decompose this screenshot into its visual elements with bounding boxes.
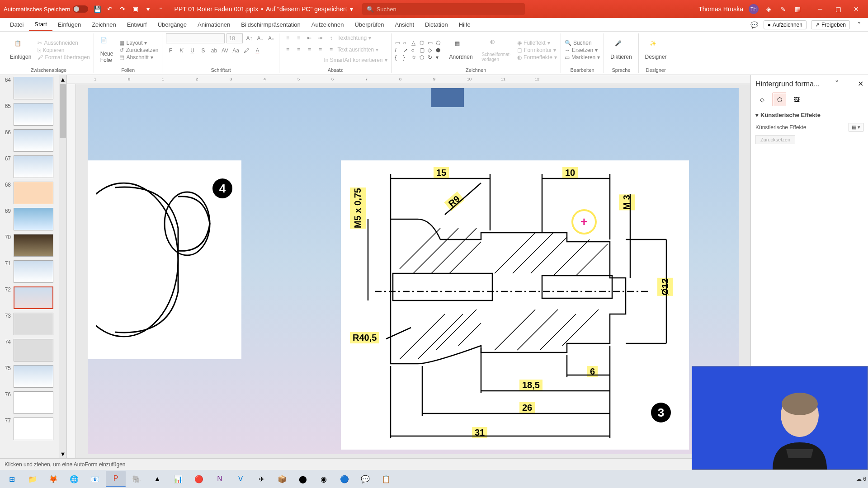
- thumb-70[interactable]: 70: [0, 232, 66, 258]
- app-icon-4[interactable]: 📦: [272, 471, 292, 487]
- shapes-gallery[interactable]: ▭○△⬡▭⬠ /↗○▢◇⬢ {}☆⬠↻▾: [395, 40, 443, 61]
- undo-icon[interactable]: ↶: [105, 5, 114, 14]
- font-family-select[interactable]: [166, 33, 225, 43]
- tab-bildschirm[interactable]: Bildschirmpräsentation: [236, 18, 306, 31]
- onenote-icon[interactable]: N: [210, 471, 230, 487]
- shape-icon[interactable]: }: [403, 54, 410, 61]
- text-align-button[interactable]: Text ausrichten ▾: [337, 45, 378, 54]
- thumb-71[interactable]: 71: [0, 258, 66, 285]
- vscode-icon[interactable]: V: [231, 471, 250, 487]
- user-avatar[interactable]: TH: [749, 4, 759, 14]
- shadow-icon[interactable]: ab: [209, 46, 218, 55]
- shape-icon[interactable]: ○: [403, 40, 410, 46]
- shape-icon[interactable]: ◇: [428, 47, 435, 53]
- tab-start[interactable]: Start: [29, 18, 52, 31]
- case-icon[interactable]: Aa: [231, 46, 240, 55]
- tab-einfuegen[interactable]: Einfügen: [52, 18, 86, 31]
- tab-dictation[interactable]: Dictation: [420, 18, 453, 31]
- present-icon[interactable]: ▣: [131, 5, 140, 14]
- app-icon-7[interactable]: 🔵: [335, 471, 354, 487]
- fill-button[interactable]: ◉ Fülleffekt ▾: [517, 40, 557, 46]
- drawing-panel-3[interactable]: 15 10 M 3 M5 x 0,75 R9 R40,5 6 18,5 26 3…: [341, 160, 689, 450]
- tab-file[interactable]: Datei: [5, 18, 29, 31]
- weather-icon[interactable]: ☁ 6: [856, 476, 866, 482]
- diamond-icon[interactable]: ◈: [764, 5, 773, 14]
- underline-icon[interactable]: U: [188, 46, 197, 55]
- app-icon-1[interactable]: 🐘: [127, 471, 146, 487]
- shape-icon[interactable]: ○: [411, 47, 419, 53]
- slide-thumbnails[interactable]: 64 65 66 67 68 69 70 71 72 73 74 75 76 7…: [0, 75, 67, 458]
- effects-button[interactable]: ◐ Formeffekte ▾: [517, 54, 557, 61]
- font-size-select[interactable]: 18: [226, 33, 243, 43]
- align-center-icon[interactable]: ≡: [294, 45, 303, 54]
- shape-icon[interactable]: ↻: [428, 54, 435, 61]
- shape-icon[interactable]: {: [395, 54, 402, 61]
- panel-options-icon[interactable]: ˅: [835, 80, 839, 88]
- blue-shape[interactable]: [431, 88, 464, 107]
- highlight-icon[interactable]: 🖍: [242, 46, 251, 55]
- columns-icon[interactable]: ≡: [326, 45, 335, 54]
- align-left-icon[interactable]: ≡: [283, 45, 292, 54]
- redo-icon[interactable]: ↷: [118, 5, 127, 14]
- decrease-font-icon[interactable]: A↓: [255, 34, 264, 43]
- indent-right-icon[interactable]: ⇥: [316, 33, 325, 42]
- reset-button[interactable]: Zurücksetzen: [755, 135, 795, 144]
- thumb-76[interactable]: 76: [0, 389, 66, 416]
- fill-tab-icon[interactable]: ◇: [755, 93, 769, 106]
- freigeben-button[interactable]: ↗ Freigeben: [811, 20, 850, 29]
- thumb-65[interactable]: 65: [0, 101, 66, 127]
- chevron-down-icon[interactable]: ▾: [350, 5, 353, 13]
- explorer-icon[interactable]: 📁: [23, 471, 42, 487]
- tab-ueberpruefen[interactable]: Überprüfen: [349, 18, 389, 31]
- minimize-button[interactable]: ─: [812, 3, 828, 15]
- app-icon-3[interactable]: 🔴: [189, 471, 209, 487]
- thumb-77[interactable]: 77: [0, 416, 66, 442]
- picture-tab-icon[interactable]: 🖼: [790, 93, 803, 106]
- shape-icon[interactable]: ▭: [428, 40, 435, 46]
- italic-icon[interactable]: K: [177, 46, 186, 55]
- start-button[interactable]: ⊞: [2, 471, 22, 487]
- tab-entwurf[interactable]: Entwurf: [122, 18, 152, 31]
- app-icon[interactable]: ▦: [793, 5, 802, 14]
- tab-animationen[interactable]: Animationen: [192, 18, 236, 31]
- thumb-66[interactable]: 66: [0, 127, 66, 154]
- drawing-panel-4[interactable]: 4: [88, 160, 241, 359]
- shape-icon[interactable]: ⬢: [436, 47, 443, 53]
- spacing-icon[interactable]: AV: [220, 46, 229, 55]
- shape-icon[interactable]: ↗: [403, 47, 410, 53]
- shape-icon[interactable]: ☆: [411, 54, 419, 61]
- format-painter-button[interactable]: 🖌 Format übertragen: [38, 54, 90, 61]
- tab-aufzeichnen[interactable]: Aufzeichnen: [306, 18, 349, 31]
- thumb-68[interactable]: 68: [0, 180, 66, 206]
- maximize-button[interactable]: ▢: [830, 3, 846, 15]
- scroll-handle[interactable]: [60, 84, 66, 138]
- thumb-64[interactable]: 64: [0, 75, 66, 101]
- section-button[interactable]: ▤ Abschnitt ▾: [119, 54, 158, 61]
- strike-icon[interactable]: S: [198, 46, 208, 55]
- outlook-icon[interactable]: 📧: [85, 471, 105, 487]
- shape-icon[interactable]: ⬠: [436, 40, 443, 46]
- chrome-icon[interactable]: 🌐: [64, 471, 84, 487]
- quickstyle-button[interactable]: ◐ Schnellformat- vorlagen: [479, 37, 514, 64]
- close-button[interactable]: ✕: [848, 3, 864, 15]
- shape-icon[interactable]: /: [395, 47, 402, 53]
- thumb-74[interactable]: 74: [0, 337, 66, 363]
- app-icon-2[interactable]: 📊: [168, 471, 188, 487]
- layout-button[interactable]: ▦ Layout ▾: [119, 40, 158, 46]
- section-header[interactable]: ▾ Künstlerische Effekte: [755, 112, 863, 118]
- align-right-icon[interactable]: ≡: [305, 45, 314, 54]
- tab-zeichnen[interactable]: Zeichnen: [86, 18, 121, 31]
- aufzeichnen-button[interactable]: ● Aufzeichnen: [764, 20, 807, 29]
- panel-close-icon[interactable]: ✕: [858, 80, 863, 88]
- shape-icon[interactable]: △: [411, 40, 419, 46]
- designer-button[interactable]: ✨ Designer: [642, 38, 670, 62]
- toggle-switch[interactable]: [73, 5, 88, 13]
- powerpoint-icon[interactable]: P: [106, 471, 126, 487]
- scroll-up-icon[interactable]: ▴: [59, 75, 66, 84]
- document-title[interactable]: PPT 01 Roter Faden 001.pptx • Auf "diese…: [174, 5, 353, 13]
- increase-font-icon[interactable]: A↑: [245, 34, 254, 43]
- replace-button[interactable]: ↔ Ersetzen ▾: [565, 47, 600, 53]
- text-direction-button[interactable]: Textrichtung ▾: [337, 33, 371, 42]
- effect-dropdown[interactable]: ▦ ▾: [849, 123, 863, 131]
- save-icon[interactable]: 💾: [93, 5, 102, 14]
